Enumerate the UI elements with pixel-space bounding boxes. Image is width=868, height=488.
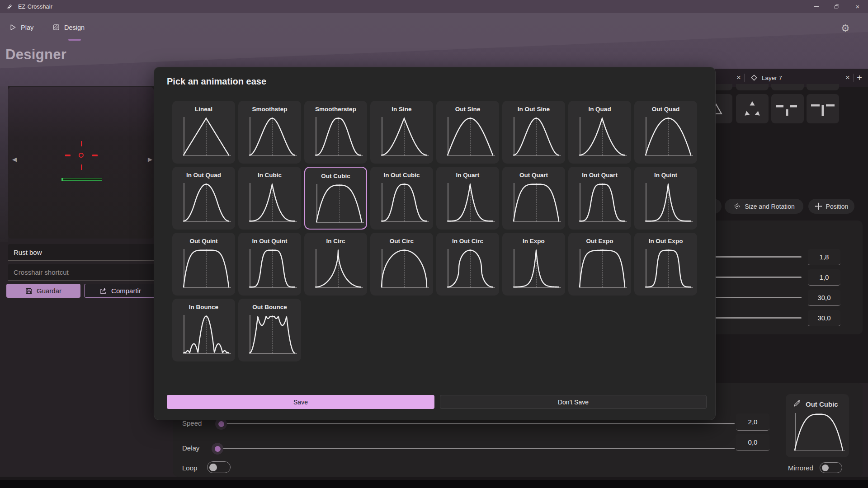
ease-tile-outExpo[interactable]: Out Expo [568, 233, 631, 296]
ease-tile-label: Out Sine [436, 106, 499, 113]
delay-value-input[interactable]: 0,0 [736, 434, 769, 451]
left-decor-strip [0, 86, 8, 242]
size-value-input[interactable]: 1,8 [808, 249, 840, 265]
ease-tile-chart [184, 117, 229, 156]
ease-tile-inOutExpo[interactable]: In Out Expo [634, 233, 697, 296]
ease-grid: LinealSmoothstepSmootherstepIn SineOut S… [172, 101, 697, 361]
ease-tile-chart [514, 183, 559, 222]
ease-picker-modal: Pick an animation ease LinealSmoothstepS… [154, 67, 716, 420]
ease-tile-inOutSine[interactable]: In Out Sine [502, 101, 565, 164]
thickness-value-input[interactable]: 30,0 [808, 310, 840, 326]
ease-tile-chart [448, 249, 493, 288]
modal-dont-save-button[interactable]: Don't Save [440, 395, 707, 409]
shape-tile-t-solid[interactable] [807, 94, 839, 123]
ease-tile-inOutQuart[interactable]: In Out Quart [568, 167, 631, 230]
delay-label: Delay [182, 444, 199, 452]
ease-tile-inExpo[interactable]: In Expo [502, 233, 565, 296]
ease-tile-smootherstep[interactable]: Smootherstep [304, 101, 367, 164]
ease-tile-chart [316, 117, 361, 156]
ease-tile-outQuad[interactable]: Out Quad [634, 101, 697, 164]
app-logo-icon [5, 3, 14, 11]
tab-play[interactable]: Play [9, 23, 33, 31]
ease-tile-chart [250, 315, 295, 354]
shape-tile-t-dashes[interactable] [771, 94, 804, 123]
gap-value-input[interactable]: 1,0 [808, 269, 840, 286]
ease-tile-inOutCirc[interactable]: In Out Circ [436, 233, 499, 296]
minimize-icon [814, 6, 819, 7]
rotation-value-input[interactable]: 30,0 [808, 290, 840, 306]
speed-value-input[interactable]: 2,0 [736, 413, 769, 431]
crosshair-shortcut-input[interactable] [8, 264, 157, 281]
delay-slider-track[interactable] [222, 448, 735, 449]
ease-tile-outCirc[interactable]: Out Circ [370, 233, 433, 296]
ease-tile-label: Out Circ [370, 238, 433, 244]
ease-tile-chart [580, 183, 625, 222]
ease-tile-chart [184, 183, 229, 222]
ease-tile-chart [580, 117, 625, 156]
ease-tile-chart [184, 249, 229, 288]
settings-gear-icon[interactable]: ⚙ [841, 23, 850, 34]
crosshair-name-input[interactable] [8, 244, 157, 261]
tab-design[interactable]: Design [52, 23, 85, 31]
layer-tab-label[interactable]: Layer 7 [762, 75, 782, 81]
shape-tile-arrows[interactable] [736, 94, 769, 123]
selected-ease-card[interactable]: Out Cubic [786, 394, 849, 457]
prev-layer-close-button[interactable]: × [733, 72, 744, 83]
preview-next-arrow[interactable]: ▶ [148, 156, 152, 163]
size-rotation-icon [733, 202, 741, 210]
save-crosshair-button[interactable]: Guardar [6, 284, 80, 298]
size-rotation-button[interactable]: Size and Rotation [725, 199, 803, 214]
mirrored-toggle-knob [822, 465, 829, 471]
ease-tile-outBounce[interactable]: Out Bounce [238, 299, 301, 361]
share-crosshair-button[interactable]: Compartir [84, 284, 156, 298]
minimize-button[interactable] [806, 0, 826, 13]
ease-tile-inQuint[interactable]: In Quint [634, 167, 697, 230]
restore-button[interactable] [826, 0, 847, 13]
layer-close-button[interactable]: × [842, 72, 853, 83]
ease-tile-label: In Quad [568, 106, 631, 113]
ease-tile-inBounce[interactable]: In Bounce [172, 299, 235, 361]
ease-tile-outQuint[interactable]: Out Quint [172, 233, 235, 296]
shape-tile-stub [807, 84, 839, 90]
ease-tile-inCirc[interactable]: In Circ [304, 233, 367, 296]
selected-ease-chart [795, 413, 843, 451]
ease-tile-inCubic[interactable]: In Cubic [238, 167, 301, 230]
ease-tile-inSine[interactable]: In Sine [370, 101, 433, 164]
active-tab-underline [68, 39, 81, 41]
ease-tile-outQuart[interactable]: Out Quart [502, 167, 565, 230]
ease-tile-inQuad[interactable]: In Quad [568, 101, 631, 164]
ease-tile-linear[interactable]: Lineal [172, 101, 235, 164]
ease-tile-chart [184, 315, 229, 354]
share-icon [99, 287, 107, 295]
tab-divider [744, 74, 745, 82]
position-button[interactable]: Position [808, 199, 854, 214]
ease-tile-label: Smoothstep [238, 106, 301, 113]
crosshair-preview-panel [8, 87, 154, 239]
ease-tile-label: In Cubic [238, 172, 301, 178]
ease-tile-chart [250, 183, 295, 222]
mirrored-label: Mirrored [788, 464, 813, 472]
loop-toggle[interactable] [207, 461, 231, 473]
add-layer-button[interactable]: + [854, 73, 865, 83]
speed-label: Speed [182, 419, 202, 427]
delay-slider-thumb[interactable] [212, 443, 223, 455]
preview-prev-arrow[interactable]: ◀ [12, 156, 17, 163]
ease-tile-inOutCubic[interactable]: In Out Cubic [370, 167, 433, 230]
close-button[interactable]: × [847, 0, 868, 13]
speed-slider-track[interactable] [222, 423, 735, 424]
modal-save-button[interactable]: Save [167, 395, 434, 409]
ease-tile-inQuart[interactable]: In Quart [436, 167, 499, 230]
position-move-icon [815, 202, 822, 210]
ease-tile-inOutQuint[interactable]: In Out Quint [238, 233, 301, 296]
ease-tile-outCubic[interactable]: Out Cubic [304, 167, 367, 230]
design-icon [52, 23, 60, 31]
ease-tile-label: In Bounce [172, 304, 235, 310]
ease-tile-label: Smootherstep [304, 106, 367, 113]
ease-tile-label: Out Bounce [238, 304, 301, 310]
ease-tile-smoothstep[interactable]: Smoothstep [238, 101, 301, 164]
app-title: EZ-Crosshair [18, 4, 52, 10]
ease-tile-outSine[interactable]: Out Sine [436, 101, 499, 164]
ease-tile-inOutQuad[interactable]: In Out Quad [172, 167, 235, 230]
ease-tile-label: Out Quint [172, 238, 235, 244]
mirrored-toggle[interactable] [820, 462, 842, 473]
